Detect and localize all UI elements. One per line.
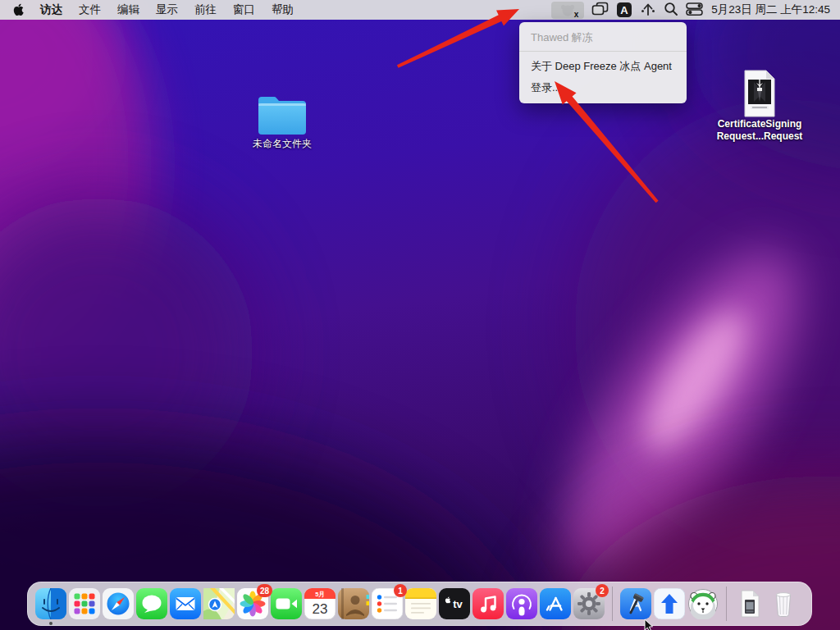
menu-bar: 访达 文件 编辑 显示 前往 窗口 帮助 x A	[0, 0, 840, 20]
antenna-status-icon[interactable]	[640, 2, 656, 19]
dock-separator	[612, 587, 613, 621]
dock-maps-icon[interactable]	[203, 588, 235, 619]
desktop-folder-icon[interactable]: 未命名文件夹	[237, 94, 327, 150]
apple-logo-icon	[13, 3, 24, 16]
spotlight-search-icon[interactable]	[664, 2, 678, 19]
dock-launchpad-icon[interactable]	[69, 588, 100, 619]
menu-separator	[519, 51, 687, 52]
menu-view[interactable]: 显示	[148, 0, 186, 20]
dock-deep-freeze-icon[interactable]	[687, 588, 719, 619]
settings-badge: 2	[596, 584, 609, 597]
dock-music-icon[interactable]	[472, 588, 504, 619]
input-source-icon[interactable]: A	[616, 2, 632, 18]
svg-text:5月: 5月	[315, 591, 325, 598]
certificate-label-line1: CertificateSigning	[714, 118, 805, 130]
control-center-icon[interactable]	[686, 2, 704, 19]
menu-finder[interactable]: 访达	[32, 0, 71, 20]
dock-calendar-icon[interactable]: 5月 23	[304, 588, 336, 619]
dock-notes-icon[interactable]	[405, 588, 436, 619]
menu-item-about-deep-freeze[interactable]: 关于 Deep Freeze 冰点 Agent	[519, 55, 687, 76]
svg-text:A: A	[620, 4, 628, 16]
dock: 28 5月 23	[27, 582, 812, 626]
dock-app-store-icon[interactable]	[540, 588, 571, 619]
menu-window[interactable]: 窗口	[225, 0, 263, 20]
dock-system-settings-icon[interactable]: 2	[573, 588, 605, 619]
deep-freeze-x-mark: x	[574, 11, 579, 19]
menubar-clock[interactable]: 5月23日 周二 上午12:45	[711, 2, 830, 17]
menu-help[interactable]: 帮助	[263, 0, 302, 20]
svg-text:23: 23	[313, 601, 328, 617]
dock-trash-icon[interactable]	[768, 588, 799, 619]
menu-file[interactable]: 文件	[71, 0, 109, 20]
folder-glyph-icon	[255, 94, 309, 138]
dock-podcasts-icon[interactable]	[506, 588, 537, 619]
photos-badge: 28	[257, 584, 272, 597]
desktop-certificate-file-icon[interactable]: CertificateSigning Request...Request	[714, 69, 805, 143]
dock-reminders-icon[interactable]: 1	[372, 588, 403, 619]
dock-safari-icon[interactable]	[103, 588, 134, 619]
menu-go[interactable]: 前往	[186, 0, 225, 20]
dock-facetime-icon[interactable]	[271, 588, 302, 619]
dock-separator	[726, 587, 727, 621]
dock-photos-icon[interactable]: 28	[237, 588, 268, 619]
svg-text:tv: tv	[453, 598, 463, 610]
menu-item-login[interactable]: 登录...	[519, 76, 687, 98]
screen-mirroring-icon[interactable]	[591, 2, 609, 18]
dock-contacts-icon[interactable]	[338, 588, 369, 619]
dock-xcode-icon[interactable]	[620, 588, 651, 619]
menu-edit[interactable]: 编辑	[109, 0, 148, 20]
dock-apple-tv-icon[interactable]: tv	[439, 588, 470, 619]
menu-bar-status-area: x A	[551, 0, 840, 20]
certificate-label-line2: Request...Request	[714, 130, 805, 143]
menu-bar-left: 访达 文件 编辑 显示 前往 窗口 帮助	[0, 0, 302, 20]
menu-item-thawed: Thawed 解冻	[519, 26, 687, 48]
folder-label: 未命名文件夹	[237, 138, 327, 150]
reminders-badge: 1	[394, 584, 407, 597]
apple-menu-icon[interactable]	[0, 3, 32, 16]
dock-mail-icon[interactable]	[170, 588, 201, 619]
dock-finder-icon[interactable]	[35, 588, 66, 619]
finder-running-indicator	[49, 622, 52, 625]
dock-updater-icon[interactable]	[654, 588, 685, 619]
dock-messages-icon[interactable]	[136, 588, 167, 619]
dock-document-icon[interactable]	[734, 588, 765, 619]
deep-freeze-dropdown-menu: Thawed 解冻 关于 Deep Freeze 冰点 Agent 登录...	[519, 22, 687, 103]
certificate-file-glyph-icon	[740, 69, 779, 118]
deep-freeze-menubar-icon[interactable]: x	[551, 2, 584, 19]
